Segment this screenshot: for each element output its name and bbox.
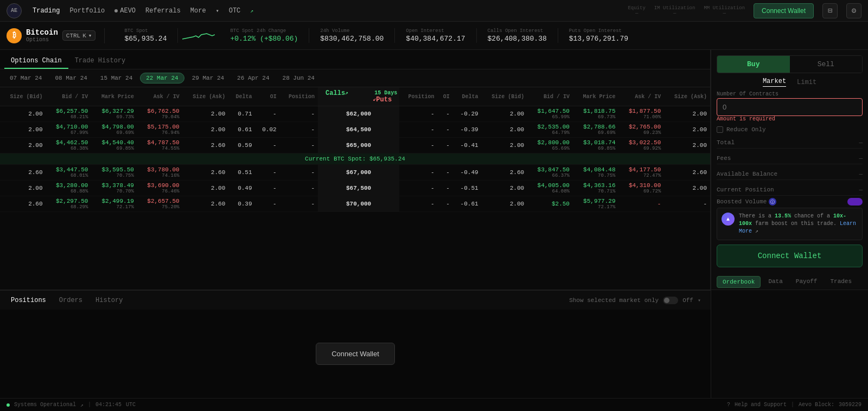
block-label: Aevo Block: xyxy=(799,402,834,408)
ob-tab-payoff[interactable]: Payoff xyxy=(790,276,823,288)
learn-more-link[interactable]: Learn More xyxy=(739,221,856,234)
puts-oi-stat: Puts Open Interest $13,976,291.79 xyxy=(558,28,639,43)
connect-wallet-nav-button[interactable]: Connect Wallet xyxy=(754,3,814,18)
table-row[interactable]: 2.00 $3,280.0068.88% $3,378.4970.70% $3,… xyxy=(0,181,710,196)
options-table: Size (Bid) Bid / IV Mark Price Ask / IV … xyxy=(0,87,710,212)
status-dot xyxy=(7,403,10,407)
nav-trading[interactable]: Trading xyxy=(33,7,60,15)
filter-chevron: ▾ xyxy=(698,297,701,304)
table-row[interactable]: 2.60 $3,447.5068.01% $3,595.5070.75% $3,… xyxy=(0,165,710,181)
ctrl-chevron: ▾ xyxy=(88,32,92,39)
connect-wallet-center-button[interactable]: Connect Wallet xyxy=(316,343,395,365)
boost-multiplier: 10x-100x xyxy=(739,213,846,227)
nav-aevo[interactable]: AEVO xyxy=(114,7,136,15)
expiry-29mar[interactable]: 29 Mar 24 xyxy=(187,73,229,83)
th-pos-calls: Position xyxy=(280,87,318,106)
nav-otc[interactable]: OTC xyxy=(229,7,241,15)
asset-ctrl[interactable]: CTRL K ▾ xyxy=(62,30,96,41)
bottom-section: Positions Orders History Show selected m… xyxy=(0,290,868,398)
table-row[interactable]: 2.00 $4,462.5068.38% $4,540.4069.85% $4,… xyxy=(0,138,710,153)
right-panel: Buy Sell Market Limit Number Of Contract… xyxy=(711,50,868,290)
ob-tab-data[interactable]: Data xyxy=(763,276,788,288)
th-oi-puts: OI xyxy=(438,87,453,106)
tab-options-chain[interactable]: Options Chain xyxy=(4,54,68,69)
contracts-field-group: Number Of Contracts Amount is required xyxy=(717,91,863,122)
boosted-val-toggle[interactable] xyxy=(847,198,863,206)
expiry-26apr[interactable]: 26 Apr 24 xyxy=(232,73,275,83)
error-text: Amount is required xyxy=(717,116,863,122)
bottom-left: Positions Orders History Show selected m… xyxy=(0,290,711,398)
status-time: 04:21:45 xyxy=(95,402,122,408)
more-chevron: ▾ xyxy=(216,8,219,14)
th-mark-calls: Mark Price xyxy=(91,87,137,106)
oi-stat: Open Interest $40,384,672.17 xyxy=(395,28,476,43)
market-limit-tabs: Market Limit xyxy=(717,78,863,87)
buy-tab[interactable]: Buy xyxy=(717,56,790,73)
settings-icon[interactable]: ⚙ xyxy=(846,3,861,18)
table-row[interactable]: 2.00 $6,257.5068.21% $6,327.2969.73% $6,… xyxy=(0,106,710,122)
systems-label: Systems Operational xyxy=(14,402,76,408)
right-form: Number Of Contracts Amount is required R… xyxy=(711,91,868,196)
boosted-volume-row: Boosted Volume ⓘ xyxy=(711,196,868,208)
contracts-label: Number Of Contracts xyxy=(717,91,863,97)
tab-positions[interactable]: Positions xyxy=(4,293,53,307)
current-spot-row: Current BTC Spot: $65,935.24 xyxy=(0,153,710,165)
boost-text: There is a 13.5% chance of a 10x-100x fa… xyxy=(739,213,858,235)
nav-referrals[interactable]: Referrals xyxy=(145,7,181,15)
expiry-bar: 07 Mar 24 08 Mar 24 15 Mar 24 22 Mar 24 … xyxy=(0,69,710,87)
table-row[interactable]: 2.00 $4,710.0067.99% $4,798.0069.69% $5,… xyxy=(0,122,710,138)
expiry-22mar[interactable]: 22 Mar 24 xyxy=(140,73,184,84)
bottom-tabs-bar: Positions Orders History Show selected m… xyxy=(0,290,711,310)
th-strike: Calls ↗ 15 Days Puts ↙ xyxy=(318,87,399,106)
ticker-bar: ₿ Bitcoin Options CTRL K ▾ BTC Spot $65,… xyxy=(0,22,868,50)
contracts-input[interactable] xyxy=(717,98,863,116)
table-row[interactable]: 2.60 $2,297.5068.29% $2,499.1972.17% $2,… xyxy=(0,196,710,212)
boost-info-box: ▲ There is a 13.5% chance of a 10x-100x … xyxy=(717,208,863,240)
nav-portfolio[interactable]: Portfolio xyxy=(69,7,105,15)
tab-orders[interactable]: Orders xyxy=(53,293,89,307)
connect-wallet-main-button[interactable]: Connect Wallet xyxy=(717,245,863,267)
bottom-right xyxy=(711,290,868,398)
asset-sub: Options xyxy=(26,37,58,43)
nav-more[interactable]: More xyxy=(190,7,206,15)
expiry-28jun[interactable]: 28 Jun 24 xyxy=(277,73,320,83)
boosted-vol-label: Boosted Volume xyxy=(717,198,767,205)
mobile-icon[interactable]: ⊟ xyxy=(822,3,838,18)
logo-icon: AE xyxy=(7,3,22,18)
otc-arrow: ↗ xyxy=(250,8,253,14)
buy-sell-tabs: Buy Sell xyxy=(717,55,863,73)
boosted-info-icon[interactable]: ⓘ xyxy=(769,198,776,206)
boost-icon: ▲ xyxy=(722,213,735,226)
tab-trade-history[interactable]: Trade History xyxy=(68,54,132,69)
expiry-15mar[interactable]: 15 Mar 24 xyxy=(95,73,138,83)
calls-oi-stat: Calls Open Interest $26,408,380.38 xyxy=(477,28,558,43)
systems-arrow: ↗ xyxy=(80,402,84,408)
market-filter-toggle[interactable] xyxy=(663,297,678,304)
options-table-wrap: Size (Bid) Bid / IV Mark Price Ask / IV … xyxy=(0,87,710,290)
mini-chart xyxy=(182,29,215,42)
top-nav: AE Trading Portfolio AEVO Referrals More… xyxy=(0,0,868,22)
orderbook-tabs: Orderbook Data Payoff Trades xyxy=(717,276,863,288)
sell-tab[interactable]: Sell xyxy=(790,56,863,73)
help-label[interactable]: Help and Support xyxy=(735,402,787,408)
ob-tab-orderbook[interactable]: Orderbook xyxy=(717,276,761,288)
equity-stat: Equity — xyxy=(628,5,645,16)
expiry-07mar[interactable]: 07 Mar 24 xyxy=(4,73,47,83)
limit-tab[interactable]: Limit xyxy=(797,79,816,86)
expiry-08mar[interactable]: 08 Mar 24 xyxy=(49,73,92,83)
th-ask-puts: Ask / IV xyxy=(619,87,665,106)
th-bid-iv-puts: Bid / IV xyxy=(527,87,573,106)
fees-row: Fees — xyxy=(717,153,863,164)
nav-right: Equity — IM Utilization — MM Utilization… xyxy=(628,3,861,18)
avail-balance-row: Available Balance — xyxy=(717,169,863,180)
th-delta-puts: Delta xyxy=(453,87,482,106)
market-tab[interactable]: Market xyxy=(763,78,786,87)
th-mark-puts: Mark Price xyxy=(573,87,619,106)
th-size-bid-calls: Size (Bid) xyxy=(0,87,46,106)
reduce-only-checkbox[interactable] xyxy=(717,126,723,133)
change-stat: BTC Spot 24h Change +0.12% (+$80.06) xyxy=(219,28,309,43)
ob-tab-trades[interactable]: Trades xyxy=(825,276,857,288)
nav-links: Trading Portfolio AEVO Referrals More ▾ … xyxy=(33,7,253,15)
tab-history[interactable]: History xyxy=(89,293,129,307)
th-oi-calls: OI xyxy=(256,87,280,106)
